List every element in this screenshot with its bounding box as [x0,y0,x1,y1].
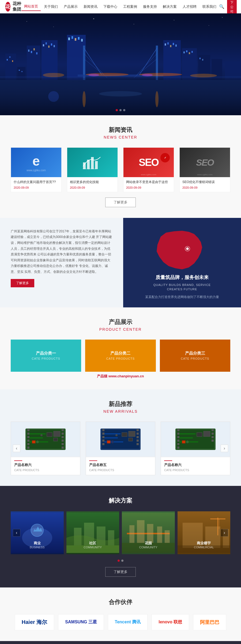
svg-point-7 [222,17,223,18]
products-watermark: 产品猫 www.chanpinyuan.cn [11,374,230,379]
svg-rect-105 [122,433,127,437]
partner-lenovo[interactable]: lenovo 联想 [152,614,189,630]
solutions-title-block: 解决方案 [11,497,230,505]
news-date-2: 2020-09-09 [70,186,115,189]
news-card-4[interactable]: SEO www.zgtiku.com SEO优化不懂错词错误 2020-09-0… [179,147,230,192]
about-slogan-sub: 某某配合力打造世界先进网络做到了不断强大的力量 [145,295,219,299]
news-img-2: www.zgtiku.com [67,148,118,177]
solutions-prev-btn[interactable]: ‹ [13,529,20,537]
search-icon[interactable]: 🔍 [219,4,224,9]
solution-img-3: 花园 COMMUNITY [122,511,175,554]
svg-rect-89 [27,433,29,435]
svg-rect-137 [212,433,214,435]
svg-rect-132 [177,436,179,438]
solution-card-2[interactable]: 社区 COMMUNITY [66,511,119,554]
product-cat-3[interactable]: 产品分类三 CATE PRODUCTS [160,340,230,372]
next-btn[interactable]: › [221,445,228,452]
partner-alibaba[interactable]: 阿里巴巴 [193,614,226,630]
svg-rect-48 [183,51,185,53]
lenovo-logo: lenovo 联想 [159,619,182,625]
svg-rect-82 [47,433,52,437]
product-cat-3-en: CATE PRODUCTS [181,357,209,360]
news-card-2[interactable]: www.zgtiku.com 相识更多的优化技能 2020-09-09 [67,147,118,192]
product-info-1: 产品名称六 CATE PRODUCTS [11,457,80,475]
svg-rect-111 [102,429,104,431]
nav-item-news[interactable]: 新闻资讯 [81,3,100,11]
news-img-1: e www.zgtiku.com [11,148,61,177]
product-card-3[interactable]: 产品名称六 CATE PRODUCTS [161,422,230,475]
nav-item-cases[interactable]: 工程案例 [120,3,140,11]
logo-icon: 花 [5,2,10,12]
svg-rect-130 [177,429,179,431]
logo-text: 花种集团 [13,1,21,12]
svg-point-75 [186,247,189,250]
solution-card-3[interactable]: 花园 COMMUNITY [122,511,175,554]
banner-dot-1[interactable] [116,109,118,111]
product-card-1[interactable]: 产品名称六 CATE PRODUCTS [11,422,80,475]
product-sub-1: CATE PRODUCTS [14,468,77,472]
nav-item-home[interactable]: 网站首页 [21,2,41,11]
solutions-dot-1[interactable] [118,560,120,562]
logo[interactable]: 花 花种集团 [5,1,21,12]
product-name-2: 产品名称五 [89,463,152,467]
news-title-en: NEWS CENTER [11,135,230,139]
product-cat-2[interactable]: 产品分类二 CATE PRODUCTS [85,340,156,372]
solution-en-3: COMMUNITY [139,546,157,549]
svg-point-87 [40,434,43,436]
nav-item-careers[interactable]: 人才招聘 [180,3,199,11]
svg-rect-107 [129,438,133,441]
partner-samsung[interactable]: SAMSUNG 三星 [58,614,104,630]
banner-dot-2[interactable] [119,109,122,111]
product-cat-1[interactable]: 产品分类一 CATE PRODUCTS [11,340,81,372]
about-learn-more-btn[interactable]: 了解更多 [11,279,34,287]
nav-item-contact[interactable]: 联系我们 [200,3,219,11]
product-info-2: 产品名称五 CATE PRODUCTS [86,457,155,475]
svg-rect-113 [102,436,104,438]
nav-item-products[interactable]: 产品展示 [61,3,80,11]
svg-rect-97 [62,440,64,442]
prev-btn[interactable]: ‹ [13,445,20,452]
news-card-3[interactable]: SEO ✓ www.zgtiku.com 网站收录不变意本是由于这些 2020-… [123,147,174,192]
nav-item-service[interactable]: 服务支持 [140,3,160,11]
svg-rect-85 [32,441,35,443]
nav-item-solutions[interactable]: 解决方案 [160,3,179,11]
svg-rect-120 [137,443,139,445]
product-accent-1 [14,460,22,461]
products-title-cn: 产品展示 [11,318,230,326]
solution-en-2: COMMUNITY [84,546,102,549]
svg-rect-13 [19,70,20,71]
banner-dot-3[interactable] [123,109,125,111]
svg-rect-96 [62,436,64,438]
product-name-1: 产品名称六 [14,463,77,467]
solutions-next-btn[interactable]: › [221,529,228,537]
svg-rect-91 [27,440,29,442]
news-card-1[interactable]: e www.zgtiku.com 什么样的文案问题用于首页?? 2020-09-… [11,147,62,192]
solutions-dot-2[interactable] [121,560,123,562]
news-title-3: 网站收录不变意本是由于这些 [126,180,171,184]
partner-haier[interactable]: Haier 海尔 [15,614,54,630]
product-card-2[interactable]: 产品名称五 CATE PRODUCTS [86,422,155,475]
svg-point-86 [36,441,39,443]
svg-rect-119 [137,440,139,442]
svg-rect-51 [191,51,193,53]
partner-tencent[interactable]: Tencent 腾讯 [108,614,148,630]
news-date-3: 2020-09-09 [126,186,171,189]
partners-grid: Haier 海尔 SAMSUNG 三星 Tencent 腾讯 lenovo 联想… [11,614,230,630]
svg-point-109 [111,441,114,443]
solutions-learn-more-btn[interactable]: 了解更多 [105,567,136,577]
product-cat-1-title: 产品分类一 [36,351,56,356]
product-sub-2: CATE PRODUCTS [89,468,152,472]
svg-point-66 [48,91,59,102]
news-date-4: 2020-09-09 [182,186,227,189]
svg-rect-16 [28,50,29,52]
news-section: 新闻资讯 NEWS CENTER e www.zgtiku.com 什么样的文案… [0,115,241,218]
solutions-carousel: ‹ [11,511,230,554]
news-text-2: 相识更多的优化技能 2020-09-09 [67,177,118,192]
svg-rect-138 [212,436,214,438]
products-title-block: 产品展示 PRODUCT CENTER [11,318,230,332]
product-accent-3 [164,460,172,461]
nav-item-about[interactable]: 关于我们 [41,3,61,11]
svg-rect-28 [71,36,73,39]
news-learn-more-btn[interactable]: 了解更多 [105,198,136,207]
nav-item-download[interactable]: 下载中心 [101,3,120,11]
